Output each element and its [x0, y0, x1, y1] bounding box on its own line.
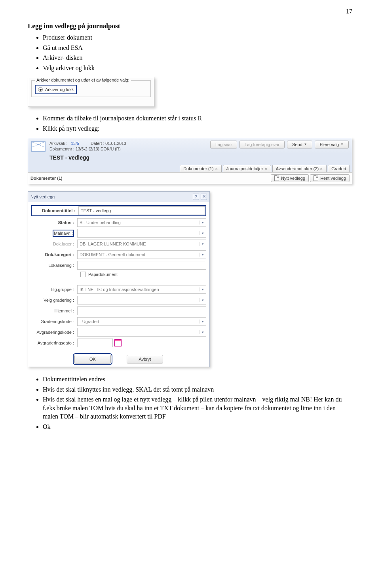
dokumenttittel-row: Dokumenttittel : TEST - vedlegg [31, 205, 206, 216]
document-title: TEST - vedlegg [28, 154, 352, 164]
chevron-down-icon: ▾ [199, 253, 204, 257]
chevron-down-icon: ▾ [199, 231, 204, 235]
list-item: Dokumenttittelen endres [43, 374, 352, 384]
screenshot-nytt-vedlegg-modal: Nytt vedlegg ? ✕ Dokumenttittel : TEST -… [28, 191, 210, 367]
dokumentnr-label: Dokumentnr : 13/5-2 (2/13) DOK/U (R) [49, 146, 126, 152]
chevron-down-icon: ▾ [199, 320, 204, 323]
avgraderingskode-field[interactable]: ▾ [77, 328, 206, 337]
subbar-label: Dokumenter (1) [30, 176, 63, 181]
send-button[interactable]: Send▼ [287, 141, 312, 148]
tilggruppe-label: Tilg.gruppe : [31, 287, 77, 292]
close-icon[interactable]: ✕ [201, 194, 207, 200]
avgraderingsdato-field[interactable] [77, 339, 113, 347]
dokkategori-field[interactable]: DOKUMENT - Generelt dokument▾ [77, 250, 206, 259]
flere-valg-button[interactable]: Flere valg▼ [315, 141, 349, 148]
graderingskode-label: Graderingskode : [31, 319, 77, 324]
chevron-down-icon: ▼ [340, 143, 344, 146]
hjemmel-label: Hjemmel : [31, 308, 77, 313]
velggradering-field[interactable]: ▾ [77, 296, 206, 304]
archive-option-radio[interactable]: Arkiver og lukk [35, 85, 77, 94]
subbar-buttons: Nytt vedlegg Hent vedlegg [271, 174, 350, 182]
chevron-down-icon: ▾ [199, 330, 204, 334]
papirdokument-label: Papirdokument [88, 272, 118, 277]
list-item: Gå ut med ESA [43, 43, 352, 53]
modal-title: Nytt vedlegg [30, 194, 55, 199]
mail-icon [31, 141, 46, 152]
chevron-down-icon: ▾ [199, 242, 204, 246]
close-icon[interactable]: ✕ [215, 167, 218, 171]
list-item: Hvis det skal hentes en mal og lage et n… [43, 394, 352, 422]
status-field[interactable]: B - Under behandling▾ [77, 218, 206, 227]
hjemmel-field[interactable] [77, 306, 206, 315]
tab-dokumenter[interactable]: Dokumenter (1)✕ [180, 165, 221, 172]
calendar-icon[interactable] [114, 339, 122, 346]
dokumenttittel-field[interactable]: TEST - vedlegg [78, 206, 205, 215]
doklager-label: Dok.lager : [31, 242, 77, 246]
list-item: Hvis det skal tilknyttes inn vedlegg, SK… [43, 384, 352, 395]
bullet-list-3: Dokumenttittelen endres Hvis det skal ti… [43, 374, 352, 432]
document-icon [314, 175, 318, 181]
dokkategori-label: Dok.kategori : [31, 252, 77, 257]
doklager-field[interactable]: DB_LAGER LUNNER KOMMUNE▾ [77, 240, 206, 248]
bullet-list-1: Produser dokument Gå ut med ESA Arkiver-… [43, 32, 352, 73]
velggradering-label: Velg gradering : [31, 298, 77, 303]
section-heading: Legg inn vedlegg på journalpost [28, 22, 352, 30]
chevron-down-icon: ▾ [199, 298, 204, 302]
screenshot-journalpost-toolbar: Arkivsak : 13/5 Datert : 01.01.2013 Doku… [28, 138, 352, 184]
close-icon[interactable]: ✕ [320, 167, 323, 171]
radio-label: Arkiver og lukk [45, 87, 74, 92]
ok-button[interactable]: OK [74, 355, 111, 363]
lokalisering-label: Lokalisering : [31, 263, 77, 268]
chevron-down-icon: ▾ [199, 287, 204, 291]
avgraderingsdato-label: Avgraderingsdato : [31, 341, 77, 345]
tab-gradering[interactable]: Graderi [328, 165, 350, 172]
screenshot-archive-dialog: Arkiver dokumentet og utfør et av følgen… [28, 77, 154, 107]
tabs-row: Dokumenter (1)✕ Journalpostdetaljer✕ Avs… [28, 164, 352, 172]
archive-legend: Arkiver dokumentet og utfør et av følgen… [35, 78, 131, 82]
lag-forelopig-svar-button[interactable]: Lag foreløpig svar [239, 141, 285, 148]
radio-icon [38, 87, 43, 92]
meta-block: Arkivsak : 13/5 Datert : 01.01.2013 Doku… [49, 141, 126, 152]
chevron-down-icon: ▾ [199, 221, 204, 225]
nytt-vedlegg-button[interactable]: Nytt vedlegg [271, 174, 309, 182]
list-item: Klikk på nytt vedlegg: [43, 124, 352, 134]
document-icon [274, 175, 279, 181]
graderingskode-field[interactable]: - Ugradert▾ [77, 317, 206, 326]
arkivsak-link[interactable]: 13/5 [71, 141, 79, 146]
list-item: Produser dokument [43, 32, 352, 43]
list-item: Velg arkiver og lukk [43, 63, 352, 73]
tilggruppe-field[interactable]: IKTINF - Ikt og Informasjonsforvaltninge… [77, 285, 206, 294]
dokumenttittel-label: Dokumenttittel : [32, 208, 78, 213]
list-item: Arkiver- disken [43, 53, 352, 63]
chevron-down-icon: ▼ [304, 143, 307, 146]
lokalisering-field[interactable] [77, 261, 206, 270]
page-number: 17 [28, 8, 352, 15]
malnavn-label: Malnavn : [53, 230, 74, 237]
papirdokument-checkbox[interactable] [80, 272, 86, 277]
tab-avsender-mottaker[interactable]: Avsender/mottaker (2)✕ [272, 165, 327, 172]
lag-svar-button[interactable]: Lag svar [210, 141, 237, 148]
hent-vedlegg-button[interactable]: Hent vedlegg [310, 174, 350, 182]
avbryt-button[interactable]: Avbryt [127, 355, 163, 363]
avgraderingskode-label: Avgraderingskode : [31, 330, 77, 335]
bullet-list-2: Kommer da tilbake til journalposten doku… [43, 113, 352, 133]
tab-journalpostdetaljer[interactable]: Journalpostdetaljer✕ [223, 165, 271, 172]
list-item: Kommer da tilbake til journalposten doku… [43, 113, 352, 124]
help-icon[interactable]: ? [193, 194, 199, 200]
close-icon[interactable]: ✕ [264, 167, 268, 171]
list-item: Ok [43, 422, 352, 432]
datert-label: Datert : 01.01.2013 [91, 141, 126, 146]
arkivsak-label: Arkivsak : [49, 141, 68, 146]
malnavn-field[interactable]: ▾ [77, 229, 206, 238]
status-label: Status : [31, 220, 77, 225]
